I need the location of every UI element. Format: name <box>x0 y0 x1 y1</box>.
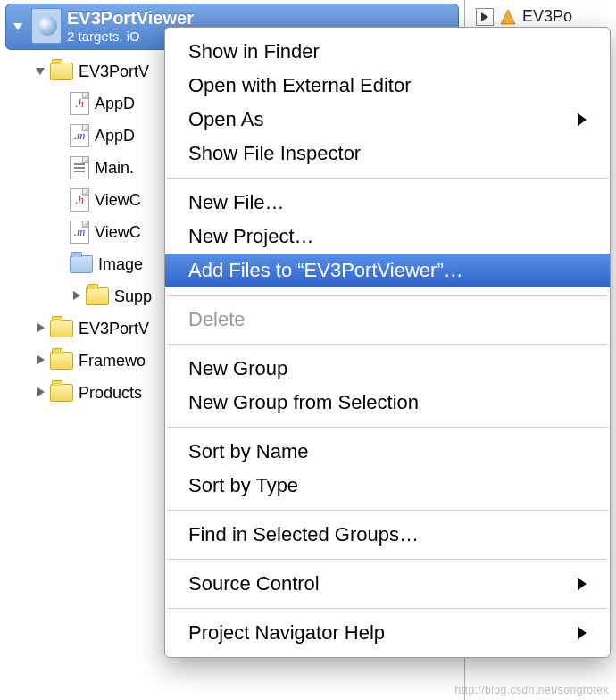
menu-label: Find in Selected Groups… <box>188 523 419 546</box>
disclosure-closed-icon[interactable] <box>70 290 82 303</box>
menu-delete: Delete <box>165 303 610 337</box>
storyboard-file-icon <box>70 156 89 179</box>
menu-sort-by-type[interactable]: Sort by Type <box>165 469 610 503</box>
menu-show-in-finder[interactable]: Show in Finder <box>165 35 610 69</box>
menu-label: New Project… <box>188 225 314 248</box>
tree-label: Image <box>98 255 143 274</box>
menu-project-navigator-help[interactable]: Project Navigator Help <box>165 616 610 650</box>
menu-separator <box>167 295 608 296</box>
tree-label: Framewo <box>79 352 146 371</box>
assets-folder-icon <box>70 255 93 273</box>
menu-new-group-from-selection[interactable]: New Group from Selection <box>165 386 610 420</box>
tree-label: AppD <box>95 127 135 146</box>
menu-label: Project Navigator Help <box>188 621 385 645</box>
context-menu: Show in Finder Open with External Editor… <box>164 27 611 658</box>
menu-label: Show in Finder <box>188 40 320 63</box>
header-file-icon: .h <box>70 188 89 212</box>
menu-open-external[interactable]: Open with External Editor <box>165 69 610 103</box>
menu-open-as[interactable]: Open As <box>165 103 610 137</box>
menu-label: New Group from Selection <box>188 391 419 414</box>
menu-separator <box>167 427 608 428</box>
tree-label: ViewC <box>95 223 141 242</box>
folder-icon <box>50 384 73 402</box>
menu-new-project[interactable]: New Project… <box>165 220 610 254</box>
folder-icon <box>50 320 73 338</box>
header-file-icon: .h <box>70 92 89 115</box>
menu-label: New Group <box>188 357 287 380</box>
app-icon <box>499 8 517 26</box>
menu-find-in-groups[interactable]: Find in Selected Groups… <box>165 518 610 552</box>
chevron-right-icon <box>578 113 587 126</box>
menu-label: Open with External Editor <box>188 74 411 97</box>
menu-sort-by-name[interactable]: Sort by Name <box>165 435 610 469</box>
chevron-right-icon <box>578 578 587 590</box>
menu-add-files[interactable]: Add Files to “EV3PortViewer”… <box>165 254 610 288</box>
disclosure-closed-icon[interactable] <box>34 322 46 335</box>
disclosure-open-icon[interactable] <box>34 65 46 78</box>
tree-label: Products <box>79 384 142 403</box>
project-title: EV3PortViewer <box>67 8 451 29</box>
tree-label: EV3PortV <box>79 62 149 81</box>
tree-label: Supp <box>114 288 152 306</box>
implementation-file-icon: .m <box>70 221 89 244</box>
menu-label: Source Control <box>188 572 320 596</box>
menu-new-group[interactable]: New Group <box>165 352 610 386</box>
chevron-right-icon <box>578 627 587 639</box>
menu-label: Sort by Name <box>188 440 309 463</box>
tree-label: Main. <box>95 159 134 178</box>
menu-show-file-inspector[interactable]: Show File Inspector <box>165 137 610 171</box>
project-icon <box>31 8 62 44</box>
watermark: http://blog.csdn.net/songrotek <box>455 684 609 696</box>
menu-separator <box>167 178 608 179</box>
disclosure-closed-icon[interactable] <box>34 387 46 399</box>
menu-separator <box>167 510 608 511</box>
folder-icon <box>86 288 109 305</box>
menu-label: New File… <box>188 191 285 214</box>
disclosure-closed-icon[interactable] <box>34 354 46 367</box>
menu-label: Delete <box>188 308 246 331</box>
folder-icon <box>50 352 73 370</box>
menu-label: Show File Inspector <box>188 142 361 165</box>
menu-label: Sort by Type <box>188 474 298 497</box>
play-icon <box>476 8 494 26</box>
tree-label: EV3PortV <box>79 320 149 338</box>
folder-icon <box>50 62 73 80</box>
svg-marker-0 <box>501 10 515 24</box>
tree-label: ViewC <box>95 191 141 210</box>
menu-separator <box>167 559 608 560</box>
menu-separator <box>167 608 608 609</box>
menu-source-control[interactable]: Source Control <box>165 567 610 601</box>
disclosure-open-icon <box>13 23 22 30</box>
editor-tab-label: EV3Po <box>522 7 572 26</box>
implementation-file-icon: .m <box>70 124 89 147</box>
tree-label: AppD <box>95 95 135 113</box>
menu-label: Open As <box>188 108 263 131</box>
menu-label: Add Files to “EV3PortViewer”… <box>188 259 463 282</box>
menu-separator <box>167 344 608 345</box>
editor-tab[interactable]: EV3Po <box>476 7 572 26</box>
menu-new-file[interactable]: New File… <box>165 186 610 220</box>
